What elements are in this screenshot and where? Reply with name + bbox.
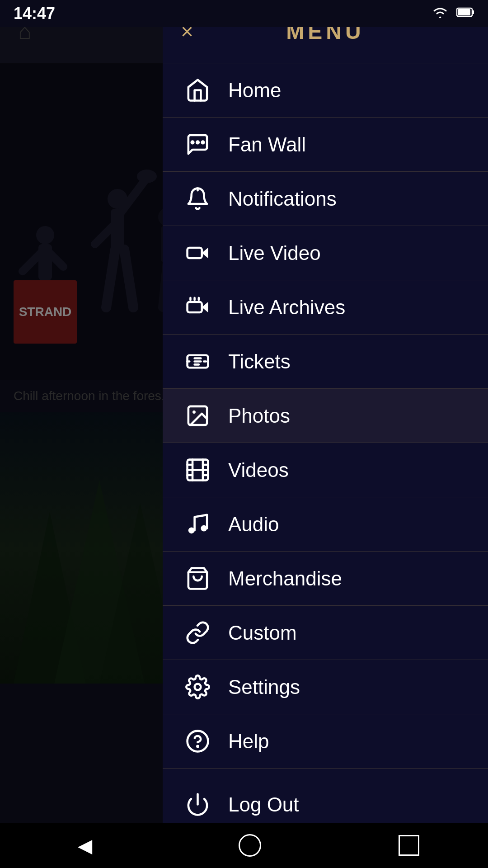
photo-icon <box>185 403 210 428</box>
menu-item-live-archives[interactable]: Live Archives <box>163 280 488 335</box>
bag-icon <box>185 566 210 591</box>
ticket-icon <box>185 349 210 374</box>
svg-rect-25 <box>188 248 202 258</box>
home-icon <box>185 78 210 103</box>
menu-item-photos[interactable]: Photos <box>163 389 488 443</box>
battery-icon <box>456 6 474 21</box>
bell-icon <box>185 186 210 211</box>
svg-point-39 <box>192 410 196 414</box>
menu-item-help-label: Help <box>228 730 269 753</box>
menu-item-photos-label: Photos <box>228 405 290 427</box>
menu-panel: × MENU Home Fan Wall <box>163 0 488 868</box>
menu-item-live-video[interactable]: Live Video <box>163 226 488 280</box>
video-icon <box>185 241 210 265</box>
music-icon <box>185 512 210 537</box>
menu-item-audio[interactable]: Audio <box>163 497 488 552</box>
menu-item-settings[interactable]: Settings <box>163 660 488 714</box>
menu-item-fan-wall-label: Fan Wall <box>228 133 306 156</box>
svg-point-49 <box>201 525 207 532</box>
menu-item-help[interactable]: Help <box>163 714 488 769</box>
back-button[interactable]: ◀ <box>69 830 101 861</box>
recent-apps-button[interactable] <box>399 835 419 856</box>
menu-item-tickets-label: Tickets <box>228 350 291 373</box>
gear-icon <box>185 675 210 699</box>
menu-items: Home Fan Wall Notifications <box>163 63 488 868</box>
menu-item-settings-label: Settings <box>228 676 300 698</box>
menu-item-home-label: Home <box>228 79 281 102</box>
wifi-icon <box>431 5 449 22</box>
help-icon <box>185 729 210 754</box>
menu-item-fan-wall[interactable]: Fan Wall <box>163 118 488 172</box>
menu-item-notifications[interactable]: Notifications <box>163 172 488 226</box>
status-icons <box>431 5 474 22</box>
status-time: 14:47 <box>14 4 55 23</box>
film-icon <box>185 458 210 482</box>
menu-item-live-video-label: Live Video <box>228 242 321 264</box>
svg-point-48 <box>188 527 195 533</box>
menu-item-custom-label: Custom <box>228 622 297 644</box>
menu-item-notifications-label: Notifications <box>228 188 337 210</box>
svg-point-51 <box>195 684 201 690</box>
svg-point-21 <box>196 140 200 144</box>
home-button[interactable] <box>239 834 261 857</box>
bottom-navigation: ◀ <box>0 823 488 868</box>
menu-item-logout-label: Log Out <box>228 793 299 816</box>
svg-point-22 <box>190 140 194 144</box>
menu-item-videos[interactable]: Videos <box>163 443 488 497</box>
menu-item-audio-label: Audio <box>228 513 279 536</box>
menu-item-videos-label: Videos <box>228 459 289 481</box>
fan-wall-icon <box>185 132 210 157</box>
svg-rect-2 <box>458 9 470 15</box>
svg-rect-27 <box>188 302 202 312</box>
menu-item-live-archives-label: Live Archives <box>228 296 345 319</box>
menu-item-merchandise[interactable]: Merchandise <box>163 552 488 606</box>
video-archive-icon <box>185 295 210 320</box>
status-bar: 14:47 <box>0 0 488 27</box>
bg-overlay <box>0 0 190 868</box>
svg-point-23 <box>201 140 205 144</box>
menu-item-home[interactable]: Home <box>163 63 488 118</box>
menu-item-tickets[interactable]: Tickets <box>163 335 488 389</box>
link-icon <box>185 620 210 645</box>
menu-item-custom[interactable]: Custom <box>163 606 488 660</box>
svg-rect-1 <box>472 10 474 14</box>
power-icon <box>185 792 210 817</box>
menu-item-merchandise-label: Merchandise <box>228 567 342 590</box>
